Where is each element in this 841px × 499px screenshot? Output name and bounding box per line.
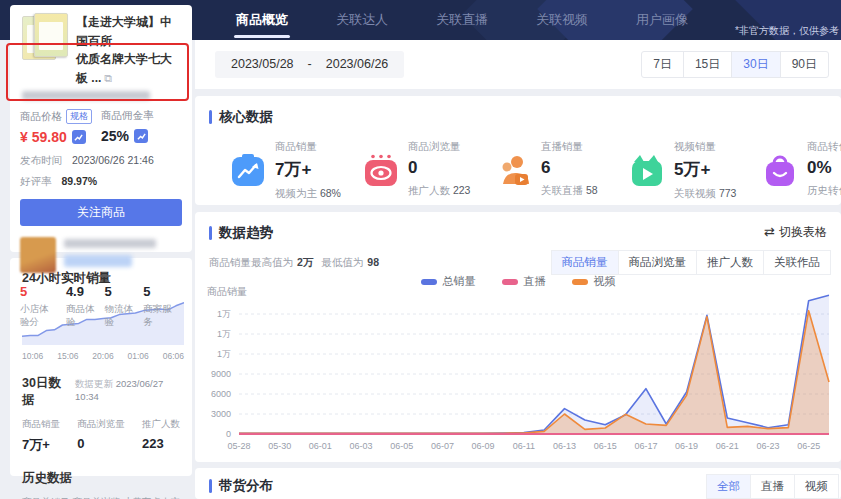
spec-badge[interactable]: 规格 bbox=[66, 109, 92, 124]
trend-tab-views[interactable]: 商品浏览量 bbox=[618, 250, 698, 275]
rating-value: 89.97% bbox=[62, 175, 98, 189]
publish-time: 2023/06/26 21:46 bbox=[72, 154, 154, 168]
core-data-card: 核心数据 商品销量 7万+ 视频为主 68% 商 bbox=[195, 96, 841, 205]
nav-tab-related-creators[interactable]: 关联达人 bbox=[312, 0, 412, 40]
trend-metric-tabs: 商品销量 商品浏览量 推广人数 关联作品 bbox=[552, 250, 832, 275]
product-title: 【走进大学城】中国百所 优质名牌大学七大板 ...⧉ bbox=[76, 13, 182, 87]
metric-video-sales: 视频销量 5万+ 关联视频 773 bbox=[630, 140, 763, 201]
distribution-title: 带货分布 bbox=[219, 477, 273, 495]
shop-scores-row: 5 小店体验分 4.9 商品体验 5 物流体验 5 商家服务 bbox=[20, 284, 182, 329]
score-logistics-value: 5 bbox=[105, 284, 134, 299]
commission-trend-icon[interactable] bbox=[134, 129, 148, 143]
dist-tab-live[interactable]: 直播 bbox=[750, 474, 795, 499]
nav-tab-product-overview[interactable]: 商品概览 bbox=[212, 0, 312, 40]
legend-video[interactable]: 视频 bbox=[572, 274, 616, 289]
svg-text:06-13: 06-13 bbox=[553, 441, 576, 451]
commission-rate: 25% bbox=[101, 128, 182, 144]
section-marker bbox=[209, 110, 212, 124]
copy-icon[interactable]: ⧉ bbox=[104, 72, 112, 84]
svg-text:6000: 6000 bbox=[211, 389, 231, 399]
swap-arrows-icon: ⇄ bbox=[764, 224, 775, 239]
product-image[interactable] bbox=[20, 13, 76, 63]
price-label-row: 商品价格 规格 bbox=[20, 109, 101, 124]
history-title: 历史数据 bbox=[22, 470, 180, 487]
score-logistics-label: 物流体验 bbox=[105, 303, 134, 329]
score-product-value: 4.9 bbox=[66, 284, 95, 299]
svg-text:9000: 9000 bbox=[211, 369, 231, 379]
score-shop-label: 小店体验分 bbox=[20, 303, 56, 329]
metric-product-sales: 商品销量 7万+ 视频为主 68% bbox=[231, 140, 364, 201]
legend-swatch-blue bbox=[421, 279, 437, 285]
core-metrics-row: 商品销量 7万+ 视频为主 68% 商品浏览量 0 推广人数 223 bbox=[209, 140, 827, 201]
follow-product-button[interactable]: 关注商品 bbox=[20, 199, 182, 226]
svg-text:06-17: 06-17 bbox=[634, 441, 657, 451]
svg-text:1万: 1万 bbox=[217, 309, 231, 319]
score-product-label: 商品体验 bbox=[66, 303, 95, 329]
section-marker bbox=[209, 479, 212, 493]
range-90d-button[interactable]: 90日 bbox=[780, 51, 829, 78]
publish-time-row: 发布时间 2023/06/26 21:46 bbox=[20, 154, 182, 168]
svg-text:3000: 3000 bbox=[211, 409, 231, 419]
range-15d-button[interactable]: 15日 bbox=[683, 51, 732, 78]
svg-text:0: 0 bbox=[226, 429, 231, 439]
switch-to-table-button[interactable]: ⇄切换表格 bbox=[764, 224, 827, 241]
range-buttons: 7日 15日 30日 90日 bbox=[642, 51, 829, 78]
metric-live-sales: 直播销量 6 关联直播 58 bbox=[497, 140, 630, 201]
trend-tab-sales[interactable]: 商品销量 bbox=[551, 250, 619, 275]
metric-conversion-rate: 商品转化率 0% 历史转化率 bbox=[763, 140, 841, 201]
svg-text:06-03: 06-03 bbox=[350, 441, 373, 451]
legend-swatch-orange bbox=[572, 279, 588, 285]
price-trend-icon[interactable] bbox=[72, 130, 86, 144]
trend-min-value: 98 bbox=[367, 256, 379, 268]
range-7d-button[interactable]: 7日 bbox=[641, 51, 684, 78]
day30-views: 0 bbox=[77, 436, 125, 451]
rating-row: 好评率 89.97% bbox=[20, 175, 182, 189]
dist-tab-video[interactable]: 视频 bbox=[794, 474, 839, 499]
nav-tab-related-lives[interactable]: 关联直播 bbox=[412, 0, 512, 40]
dist-tab-all[interactable]: 全部 bbox=[706, 474, 751, 499]
trend-title: 数据趋势 bbox=[219, 224, 273, 242]
trend-tab-related-works[interactable]: 关联作品 bbox=[763, 250, 831, 275]
nav-tab-user-profile[interactable]: 用户画像 bbox=[612, 0, 712, 40]
legend-total-sales[interactable]: 总销量 bbox=[421, 274, 476, 289]
trend-max-value: 2万 bbox=[297, 256, 313, 268]
nav-tab-related-videos[interactable]: 关联视频 bbox=[512, 0, 612, 40]
legend-live[interactable]: 直播 bbox=[502, 274, 546, 289]
svg-text:1万: 1万 bbox=[217, 329, 231, 339]
svg-text:05-30: 05-30 bbox=[268, 441, 291, 451]
trend-tab-promoters[interactable]: 推广人数 bbox=[696, 250, 764, 275]
svg-text:06-19: 06-19 bbox=[675, 441, 698, 451]
day30-promoters: 223 bbox=[142, 436, 180, 451]
eye-views-icon bbox=[364, 154, 398, 188]
date-range-picker[interactable]: 2023/05/28 - 2023/06/26 bbox=[215, 51, 404, 78]
section-marker bbox=[209, 226, 212, 240]
unofficial-data-disclaimer: *非官方数据，仅供参考 bbox=[735, 24, 839, 38]
svg-text:06-23: 06-23 bbox=[756, 441, 779, 451]
svg-text:06-21: 06-21 bbox=[716, 441, 739, 451]
conversion-bag-icon bbox=[763, 154, 797, 188]
range-30d-button[interactable]: 30日 bbox=[731, 51, 780, 78]
product-info-card: 【走进大学城】中国百所 优质名牌大学七大板 ...⧉ 商品价格 规格 ¥ 59.… bbox=[10, 5, 192, 252]
svg-text:1万: 1万 bbox=[217, 349, 231, 359]
score-shop-value: 5 bbox=[20, 284, 56, 299]
core-data-title: 核心数据 bbox=[219, 108, 273, 126]
metric-product-views: 商品浏览量 0 推广人数 223 bbox=[364, 140, 497, 201]
score-service-label: 商家服务 bbox=[143, 303, 172, 329]
svg-text:05-28: 05-28 bbox=[227, 441, 250, 451]
svg-text:06-09: 06-09 bbox=[472, 441, 495, 451]
svg-text:06-11: 06-11 bbox=[513, 441, 535, 451]
chart-legend: 总销量 直播 视频 bbox=[195, 274, 841, 289]
day30-title: 30日数据 bbox=[22, 375, 69, 409]
svg-text:06-25: 06-25 bbox=[797, 441, 820, 451]
legend-swatch-pink bbox=[502, 279, 518, 285]
video-play-icon bbox=[630, 154, 664, 188]
product-price: ¥ 59.80 bbox=[20, 129, 101, 145]
trend-chart-svg: 03000600090001万1万1万05-2805-3006-0106-030… bbox=[195, 292, 841, 458]
data-trend-card: 数据趋势 ⇄切换表格 商品销量最高值为2万最低值为98 商品销量 商品浏览量 推… bbox=[195, 212, 841, 462]
distribution-tabs: 全部 直播 视频 bbox=[707, 474, 839, 499]
day30-metrics: 商品销量7万+ 商品浏览量0 推广人数223 bbox=[22, 418, 180, 454]
live-anchor-icon bbox=[497, 154, 531, 188]
shop-avatar[interactable] bbox=[20, 237, 56, 273]
date-filter-bar: 2023/05/28 - 2023/06/26 7日 15日 30日 90日 bbox=[195, 40, 841, 89]
svg-text:06-15: 06-15 bbox=[594, 441, 617, 451]
